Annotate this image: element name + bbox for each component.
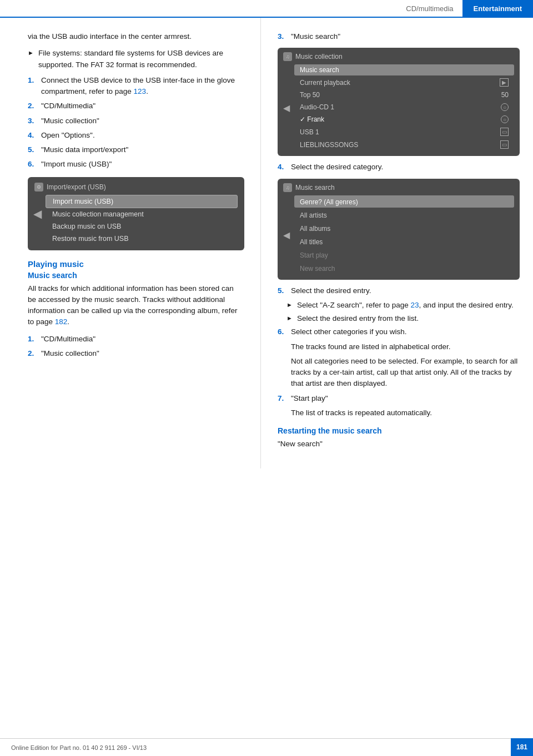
step5-sub-bullet-1-text: Select "A-Z search", refer to page 23, a…	[297, 300, 514, 311]
step5-sub-bullet-2-text: Select the desired entry from the list.	[297, 313, 419, 324]
ms-step-2-text: "Music collection"	[41, 348, 244, 359]
music-collection-icon: ♫	[283, 52, 292, 61]
r-step-3-num: 3.	[278, 31, 286, 42]
lieblings-icon: ▭	[500, 140, 509, 149]
cd-icon: ○	[501, 103, 509, 111]
r-step-6-text: Select other categories if you wish.	[291, 326, 520, 337]
right-step-6: 6. Select other categories if you wish.	[278, 326, 520, 337]
mc-item-usb1-label: USB 1	[300, 128, 319, 136]
step-5: 5. "Music data import/export"	[28, 144, 244, 155]
step-3: 3. "Music collection"	[28, 115, 244, 127]
ms-item-albums-label: All albums	[300, 225, 330, 233]
mc-item-top50-label: Top 50	[300, 91, 320, 99]
r-step-5-text: Select the desired entry.	[291, 285, 520, 296]
mc-items: Music search Current playback ▶ Top 50 5…	[294, 64, 514, 150]
step5-link[interactable]: 23	[411, 301, 419, 309]
step7-indent: The list of tracks is repeated automatic…	[291, 407, 520, 419]
screenshot-menu: Import music (USB) Music collection mana…	[46, 195, 238, 245]
step5-sub-bullet-2: ► Select the desired entry from the list…	[286, 313, 520, 324]
step-4-text: Open "Options".	[41, 130, 244, 141]
music-search-step-1: 1. "CD/Multimedia"	[28, 334, 244, 345]
import-export-screenshot: ⚙ Import/export (USB) ◀ Import music (US…	[28, 177, 244, 250]
step-2-text: "CD/Multimedia"	[41, 100, 244, 112]
mc-item-lieblings-label: LIEBLINGSSONGS	[300, 141, 358, 149]
ms-item-start-play-label: Start play	[300, 251, 328, 259]
bullet-filesystems: ► File systems: standard file systems fo…	[28, 48, 244, 70]
ms-item-genre: Genre? (All genres)	[294, 195, 514, 208]
mc-item-frank: ✓ Frank ○	[294, 114, 514, 125]
settings-icon: ⚙	[34, 183, 43, 191]
r-step-5-num: 5.	[278, 285, 286, 296]
ms-nav-left-icon[interactable]: ◀	[283, 229, 290, 240]
bullet-arrow-icon: ►	[28, 48, 34, 70]
ms-menu: ◀ Genre? (All genres) All artists All al…	[283, 195, 514, 274]
mc-item-audio-cd-label: Audio-CD 1	[300, 103, 334, 111]
mc-item-top50: Top 50 50	[294, 89, 514, 100]
ms-item-titles: All titles	[294, 235, 514, 248]
mc-menu: ◀ Music search Current playback ▶ Top 50…	[283, 64, 514, 150]
step-5-num: 5.	[28, 144, 37, 155]
header-cd-label: CD/multimedia	[397, 4, 462, 13]
music-search-screenshot: ♫ Music search ◀ Genre? (All genres) All…	[278, 179, 520, 280]
frank-cd-icon: ○	[501, 115, 509, 123]
step-3-text: "Music collection"	[41, 115, 244, 127]
page-header: CD/multimedia Entertainment	[0, 0, 533, 18]
right-step-7: 7. "Start play"	[278, 393, 520, 404]
ms-item-genre-label: Genre? (All genres)	[300, 198, 358, 206]
step5-sub-bullet-1: ► Select "A-Z search", refer to page 23,…	[286, 300, 520, 311]
sub-bullet-arrow-icon: ►	[286, 300, 293, 311]
ms-item-albums: All albums	[294, 222, 514, 234]
footer-copyright: Online Edition for Part no. 01 40 2 911 …	[11, 744, 147, 751]
step-2: 2. "CD/Multimedia"	[28, 100, 244, 112]
sub-bullet2-arrow-icon: ►	[286, 314, 293, 324]
music-search-heading: Music search	[28, 271, 244, 280]
playback-icon: ▶	[500, 78, 509, 87]
r-step-6-num: 6.	[278, 326, 286, 337]
ms-step-1-text: "CD/Multimedia"	[41, 334, 244, 345]
step6-indent-2: Not all categories need to be selected. …	[291, 356, 520, 390]
top50-value: 50	[501, 91, 509, 99]
step-1-text: Connect the USB device to the USB inter‑…	[41, 75, 244, 98]
right-step-5: 5. Select the desired entry.	[278, 285, 520, 296]
r-step-4-num: 4.	[278, 162, 286, 173]
ms-step-1-num: 1.	[28, 334, 37, 345]
step6-indent-1: The tracks found are listed in alphabeti…	[291, 341, 520, 352]
step-1-link[interactable]: 123	[134, 87, 147, 95]
main-content: via the USB audio interface in the cente…	[0, 18, 533, 468]
left-column: via the USB audio interface in the cente…	[0, 18, 261, 468]
mc-item-audio-cd: Audio-CD 1 ○	[294, 102, 514, 113]
nav-left-arrow-icon[interactable]: ◀	[33, 207, 42, 220]
ms-item-start-play: Start play	[294, 249, 514, 261]
mc-item-frank-label: ✓ Frank	[300, 115, 324, 123]
music-search-body: All tracks for which additional informat…	[28, 283, 244, 328]
ms-item-titles-label: All titles	[300, 238, 323, 246]
mc-screenshot-title: ♫ Music collection	[283, 52, 514, 61]
playing-music-heading: Playing music	[28, 259, 244, 269]
ms-screenshot-title: ♫ Music search	[283, 183, 514, 192]
r-step-4-text: Select the desired category.	[291, 162, 520, 173]
ms-item-new-search-label: New search	[300, 265, 335, 273]
step-4: 4. Open "Options".	[28, 130, 244, 141]
page-number: 181	[511, 738, 533, 756]
menu-item-restore: Restore music from USB	[46, 233, 238, 245]
mc-item-current-label: Current playback	[300, 79, 350, 87]
step-6-num: 6.	[28, 159, 37, 170]
step-4-num: 4.	[28, 130, 37, 141]
restarting-text: "New search"	[278, 439, 520, 450]
mc-item-usb1: USB 1 ▭	[294, 126, 514, 138]
mc-nav-left-icon[interactable]: ◀	[283, 102, 290, 113]
mc-item-current-playback: Current playback ▶	[294, 77, 514, 88]
step-6: 6. "Import music (USB)"	[28, 159, 244, 170]
music-search-link[interactable]: 182	[55, 317, 68, 326]
right-step-4: 4. Select the desired category.	[278, 162, 520, 173]
header-entertainment-label: Entertainment	[462, 0, 533, 17]
right-step-3: 3. "Music search"	[278, 31, 520, 42]
ms-item-artists: All artists	[294, 209, 514, 221]
r-step-7-text: "Start play"	[291, 393, 520, 404]
ms-item-artists-label: All artists	[300, 211, 327, 219]
right-column: 3. "Music search" ♫ Music collection ◀ M…	[261, 18, 533, 468]
music-collection-screenshot: ♫ Music collection ◀ Music search Curren…	[278, 48, 520, 156]
step-3-num: 3.	[28, 115, 37, 127]
mc-item-music-search-label: Music search	[300, 66, 339, 74]
screenshot-title: ⚙ Import/export (USB)	[34, 183, 238, 191]
